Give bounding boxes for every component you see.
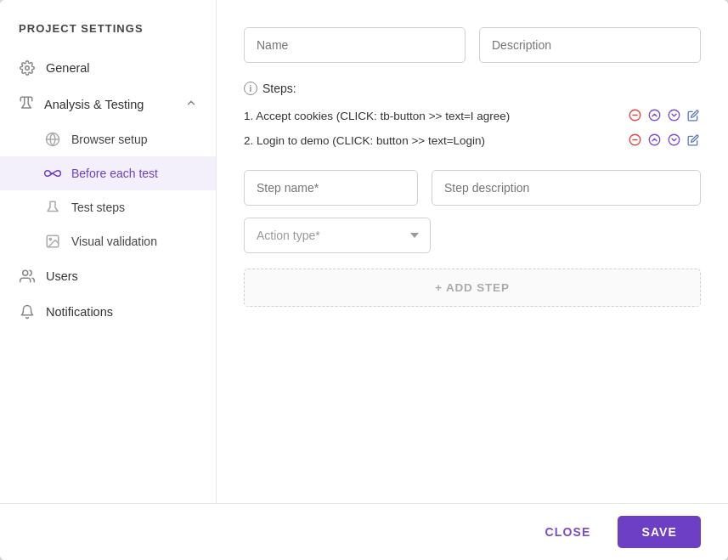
step-1-text: 1. Accept cookies (CLICK: tb-button >> t… (244, 110, 617, 122)
name-input[interactable] (244, 27, 466, 63)
svg-point-11 (649, 134, 660, 145)
browser-icon (44, 131, 61, 148)
action-type-wrapper: Action type* (244, 218, 431, 253)
info-icon: i (244, 82, 257, 95)
svg-point-0 (25, 66, 30, 71)
svg-point-12 (669, 134, 680, 145)
description-input[interactable] (479, 27, 701, 63)
sidebar-item-visual-validation[interactable]: Visual validation (0, 224, 216, 258)
sidebar-item-test-steps-label: Test steps (71, 201, 125, 214)
sidebar-title: PROJECT SETTINGS (0, 10, 216, 50)
sidebar-item-analysis-label: Analysis & Testing (44, 98, 144, 111)
sidebar-item-browser-setup[interactable]: Browser setup (0, 122, 216, 156)
sidebar-item-before-each-test-label: Before each test (71, 167, 158, 180)
svg-point-3 (49, 238, 51, 240)
sidebar-item-test-steps[interactable]: Test steps (0, 190, 216, 224)
action-type-row: Action type* (244, 218, 701, 253)
svg-point-8 (669, 110, 680, 121)
close-button[interactable]: CLOSE (530, 517, 607, 547)
vial-icon (19, 95, 34, 113)
chevron-up-icon (185, 97, 197, 111)
step-2-up-btn[interactable] (646, 132, 663, 150)
action-type-select[interactable]: Action type* (244, 218, 431, 253)
sidebar-item-users-label: Users (46, 269, 78, 283)
sidebar: PROJECT SETTINGS General Analysis & Test… (0, 0, 217, 503)
sidebar-item-analysis-testing[interactable]: Analysis & Testing (0, 86, 216, 122)
flask-icon (44, 199, 61, 216)
modal-footer: CLOSE SAVE (0, 503, 728, 560)
step-item-2: 2. Login to demo (CLICK: button >> text=… (244, 128, 701, 153)
add-step-button[interactable]: + ADD STEP (244, 269, 701, 307)
gear-icon (19, 59, 36, 76)
sidebar-children-analysis: Browser setup Before each test (0, 122, 216, 258)
sidebar-item-visual-validation-label: Visual validation (71, 235, 157, 248)
sidebar-item-general[interactable]: General (0, 50, 216, 86)
name-description-row (244, 27, 701, 63)
bell-icon (19, 303, 36, 320)
steps-list: 1. Accept cookies (CLICK: tb-button >> t… (244, 104, 701, 153)
users-icon (19, 268, 36, 285)
step-2-delete-btn[interactable] (627, 132, 643, 150)
step-name-input[interactable] (244, 170, 418, 206)
step-2-text: 2. Login to demo (CLICK: button >> text=… (244, 134, 617, 147)
svg-point-4 (23, 270, 28, 275)
sidebar-item-general-label: General (46, 61, 90, 75)
image-icon (44, 233, 61, 250)
sidebar-item-notifications-label: Notifications (46, 305, 113, 319)
step-1-down-btn[interactable] (666, 107, 682, 125)
step-form-row (244, 170, 701, 206)
sidebar-item-notifications[interactable]: Notifications (0, 294, 216, 330)
modal: PROJECT SETTINGS General Analysis & Test… (0, 0, 728, 560)
step-2-down-btn[interactable] (666, 132, 682, 150)
step-2-edit-btn[interactable] (686, 133, 701, 150)
step-2-actions (627, 132, 701, 150)
sidebar-item-browser-setup-label: Browser setup (71, 133, 147, 146)
step-1-edit-btn[interactable] (686, 108, 701, 125)
main-content: i Steps: 1. Accept cookies (CLICK: tb-bu… (217, 0, 728, 503)
step-description-input[interactable] (432, 170, 701, 206)
step-1-actions (627, 107, 701, 125)
svg-point-7 (649, 110, 660, 121)
sidebar-item-before-each-test[interactable]: Before each test (0, 156, 216, 190)
steps-label: i Steps: (244, 82, 701, 95)
step-1-up-btn[interactable] (646, 107, 663, 125)
step-1-delete-btn[interactable] (627, 107, 643, 125)
sidebar-item-users[interactable]: Users (0, 258, 216, 294)
save-button[interactable]: SAVE (618, 516, 701, 548)
add-step-label: + ADD STEP (435, 281, 510, 294)
steps-section: i Steps: 1. Accept cookies (CLICK: tb-bu… (244, 82, 701, 153)
infinity-icon (44, 165, 61, 182)
modal-body: PROJECT SETTINGS General Analysis & Test… (0, 0, 728, 503)
step-item-1: 1. Accept cookies (CLICK: tb-button >> t… (244, 104, 701, 128)
